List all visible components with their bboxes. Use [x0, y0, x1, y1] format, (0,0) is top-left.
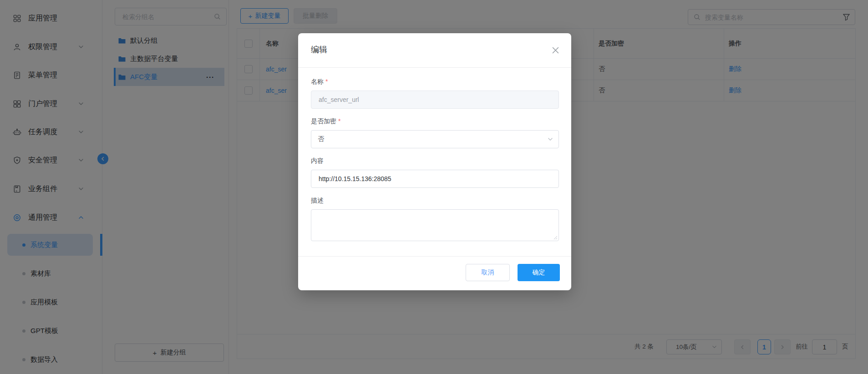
content-input[interactable]	[318, 175, 558, 183]
content-field	[311, 170, 559, 188]
name-field-label: 名称*	[311, 78, 328, 86]
name-input	[318, 96, 558, 104]
encrypted-select-value: 否	[318, 135, 548, 143]
dialog-header-divider	[298, 67, 571, 68]
edit-dialog: 编辑 名称* 是否加密* 否 内容 描述 取消 确定	[298, 33, 571, 290]
content-field-label: 内容	[311, 157, 324, 165]
resize-handle-icon[interactable]	[553, 236, 558, 240]
description-field	[311, 209, 559, 241]
description-textarea[interactable]	[311, 210, 558, 241]
required-asterisk: *	[325, 78, 328, 85]
encrypted-select[interactable]: 否	[311, 130, 559, 148]
description-field-label: 描述	[311, 197, 324, 205]
close-icon[interactable]	[552, 46, 559, 54]
confirm-button[interactable]: 确定	[518, 264, 560, 281]
encrypted-field-label: 是否加密*	[311, 117, 340, 126]
cancel-button[interactable]: 取消	[466, 264, 510, 281]
chevron-down-icon	[548, 136, 553, 142]
dialog-title: 编辑	[311, 44, 327, 55]
name-field	[311, 91, 559, 109]
required-asterisk: *	[338, 117, 340, 125]
dialog-footer-divider	[298, 256, 571, 257]
